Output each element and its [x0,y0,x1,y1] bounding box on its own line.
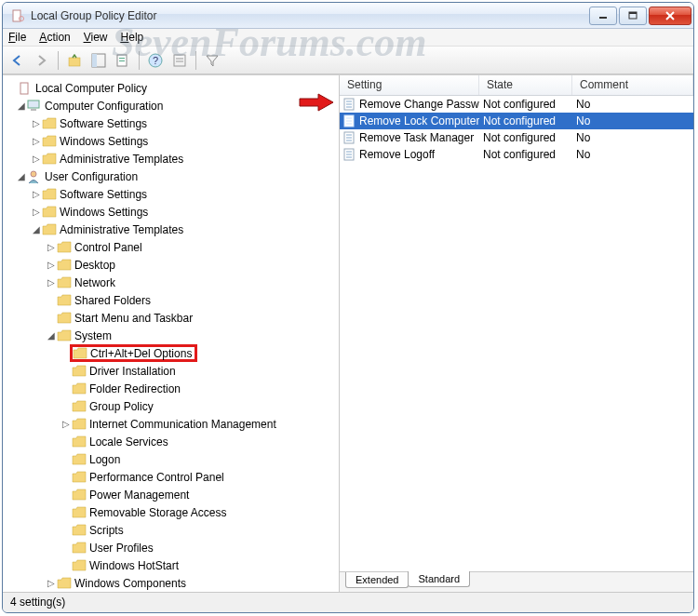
tree-label: Administrative Templates [60,153,183,166]
list-row[interactable]: Remove Lock ComputerNot configuredNo [340,113,693,129]
folder-icon [57,240,72,255]
expander-icon[interactable]: ▷ [31,136,42,146]
list-row[interactable]: Remove LogoffNot configuredNo [340,146,693,163]
expander-icon[interactable]: ▷ [46,260,57,270]
setting-name: Remove Logoff [359,148,435,161]
column-header-setting[interactable]: Setting [340,75,479,95]
close-button[interactable] [649,7,691,25]
tree-node-selected[interactable]: Ctrl+Alt+Del Options [3,344,339,362]
expander-icon[interactable]: ▷ [46,242,57,252]
tree-node[interactable]: User Profiles [3,539,339,556]
tree-node[interactable]: ▷Windows Components [3,574,339,592]
svg-rect-15 [174,55,185,66]
expander-icon[interactable]: ◢ [16,171,27,181]
tree-label: Computer Configuration [45,100,163,113]
menu-help[interactable]: Help [121,31,144,44]
folder-icon [72,435,87,449]
tab-standard[interactable]: Standard [408,571,470,587]
tree-node-cc[interactable]: ◢ Computer Configuration [3,97,339,114]
tree-node[interactable]: ◢Administrative Templates [3,221,339,238]
settings-list[interactable]: Remove Change PasswordNot configuredNoRe… [340,96,693,571]
tree-pane[interactable]: Local Computer Policy ◢ Computer Configu… [3,75,340,592]
svg-rect-19 [28,100,39,108]
tab-extended[interactable]: Extended [345,572,409,588]
maximize-button[interactable] [619,7,647,25]
expander-icon[interactable]: ◢ [31,224,42,234]
folder-icon [72,558,87,573]
tree-node[interactable]: Power Management [3,486,339,503]
tree-node[interactable]: Group Policy [3,397,339,415]
tree-label: System [74,329,112,342]
tree-node[interactable]: Locale Services [3,433,339,450]
column-header-state[interactable]: State [479,75,572,95]
folder-icon [72,523,87,538]
menu-view[interactable]: View [84,31,108,44]
tree-node[interactable]: ▷Control Panel [3,238,339,256]
tree-label: User Profiles [89,542,154,555]
folder-icon [57,275,72,290]
tree-node[interactable]: ▷Software Settings [3,185,339,203]
expander-icon[interactable]: ▷ [31,207,42,217]
titlebar[interactable]: Local Group Policy Editor [3,3,693,29]
tree-node[interactable]: Logon [3,450,339,468]
list-header: Setting State Comment [340,75,693,96]
tree-label: Local Computer Policy [35,82,147,95]
tree-node-uc[interactable]: ◢ User Configuration [3,167,339,185]
svg-rect-18 [20,83,28,94]
tree-node[interactable]: Start Menu and Taskbar [3,309,339,327]
status-text: 4 setting(s) [10,596,65,609]
content-area: Local Computer Policy ◢ Computer Configu… [3,74,693,592]
setting-comment: No [572,114,693,128]
tree-label: Software Settings [60,188,147,201]
tree-node[interactable]: ◢System [3,327,339,344]
tree-label: Windows Components [74,577,186,590]
setting-state: Not configured [479,130,572,145]
back-button[interactable] [7,50,28,71]
expander-icon[interactable]: ▷ [31,189,42,199]
up-button[interactable] [64,50,85,71]
expander-icon[interactable]: ▷ [60,419,72,429]
tree-node[interactable]: ▷Administrative Templates [3,150,339,167]
list-row[interactable]: Remove Change PasswordNot configuredNo [340,96,693,113]
tree-node[interactable]: Driver Installation [3,362,339,380]
setting-comment: No [572,147,693,162]
tree-node[interactable]: Scripts [3,521,339,539]
expander-icon[interactable]: ▷ [46,277,57,288]
folder-icon [72,452,87,467]
properties-button[interactable] [113,50,133,71]
tree-label: Windows HotStart [89,559,179,572]
tree-node[interactable]: Windows HotStart [3,556,339,574]
expander-icon[interactable]: ▷ [31,118,42,128]
tree-node[interactable]: ▷Desktop [3,256,339,274]
folder-icon [72,470,87,485]
forward-button[interactable] [32,50,52,71]
list-row[interactable]: Remove Task ManagerNot configuredNo [340,129,693,146]
column-header-comment[interactable]: Comment [572,75,693,95]
tree-node[interactable]: Removable Storage Access [3,503,339,521]
expander-icon[interactable]: ▷ [46,578,57,588]
folder-icon [42,222,57,237]
expander-icon[interactable]: ▷ [31,154,42,164]
tree-node[interactable]: ▷Windows Settings [3,203,339,221]
setting-icon [343,131,356,144]
menu-action[interactable]: Action [39,31,70,44]
expander-icon[interactable]: ◢ [16,100,27,111]
svg-rect-11 [119,58,125,59]
tree-node[interactable]: ▷Network [3,274,339,291]
tree-node[interactable]: ▷Internet Communication Management [3,415,339,433]
options-button[interactable] [169,50,190,71]
expander-icon[interactable]: ◢ [46,330,57,341]
menu-file[interactable]: File [8,31,26,44]
tree-node[interactable]: Shared Folders [3,291,339,309]
minimize-button[interactable] [589,7,617,25]
folder-icon [42,152,57,167]
help-button[interactable]: ? [145,50,166,71]
tree-node[interactable]: ▷Software Settings [3,114,339,132]
show-hide-tree-button[interactable] [88,50,109,71]
tree-node[interactable]: ▷Windows Settings [3,132,339,150]
tree-node[interactable]: Folder Redirection [3,380,339,397]
tree-label: Ctrl+Alt+Del Options [90,347,192,360]
tree-node[interactable]: Performance Control Panel [3,468,339,486]
filter-button[interactable] [202,50,222,71]
tree-root[interactable]: Local Computer Policy [3,79,339,97]
